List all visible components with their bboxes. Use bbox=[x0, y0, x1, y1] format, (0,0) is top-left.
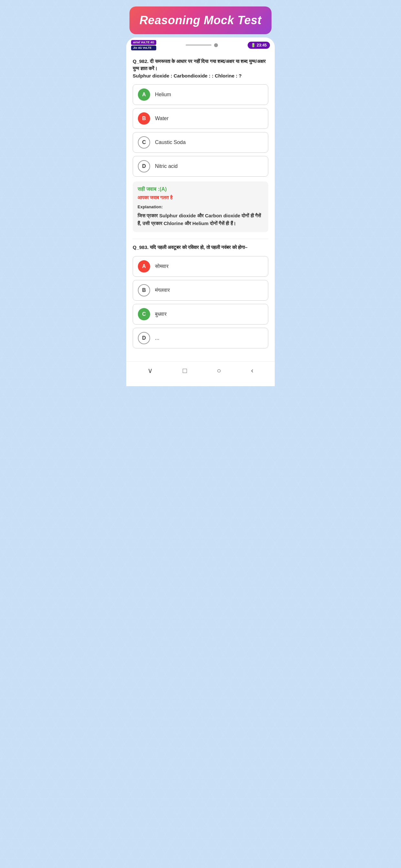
q983-option-b[interactable]: B मंगलवार bbox=[133, 280, 268, 301]
option-a-circle: A bbox=[138, 89, 150, 101]
q983-option-b-circle: B bbox=[138, 284, 150, 297]
q983-option-b-label: मंगलवार bbox=[155, 287, 170, 293]
option-b-label: Water bbox=[155, 116, 168, 121]
header-title: Reasoning Mock Test bbox=[139, 13, 262, 27]
option-c-circle: C bbox=[138, 136, 150, 149]
notch-area bbox=[186, 43, 218, 47]
option-d-label: Nitric acid bbox=[155, 163, 178, 169]
q982-english-text: Sulphur dioxide : Carbondioxide : : Chlo… bbox=[133, 73, 242, 79]
nav-back-chevron[interactable]: ∨ bbox=[148, 367, 153, 375]
option-b[interactable]: B Water bbox=[133, 108, 268, 129]
correct-answer-label: सही जवाब :(A) bbox=[137, 186, 264, 192]
q982-hindi-text: दी समरूपता के आधार पर नहीं दिया गया शब्द… bbox=[133, 58, 266, 71]
airtel-carrier: airtel VoLTE 4G bbox=[131, 40, 156, 45]
content-area: Q_982. दी समरूपता के आधार पर नहीं दिया ग… bbox=[126, 53, 275, 358]
q983-option-a-circle: A bbox=[138, 260, 150, 273]
question-982: Q_982. दी समरूपता के आधार पर नहीं दिया ग… bbox=[133, 58, 268, 80]
question-983: Q_983. यदि पहली अवटूबर को रविवार हो, तो … bbox=[133, 244, 268, 251]
time-display: 23:45 bbox=[257, 43, 267, 48]
q983-option-c-label: बुधवार bbox=[155, 311, 166, 317]
q982-number: Q_982. bbox=[133, 58, 149, 64]
q983-option-c[interactable]: C बुधवार bbox=[133, 304, 268, 324]
option-d[interactable]: D Nitric acid bbox=[133, 156, 268, 177]
nav-square-button[interactable]: □ bbox=[183, 367, 187, 375]
q983-number: Q_983. bbox=[133, 244, 149, 250]
status-bar: airtel VoLTE 4G Jio 4G VoLTE 🔋 23:45 bbox=[126, 37, 275, 53]
nav-back-button[interactable]: ‹ bbox=[251, 367, 253, 375]
phone-screen: airtel VoLTE 4G Jio 4G VoLTE 🔋 23:45 Q_9… bbox=[126, 37, 275, 386]
nav-home-button[interactable]: ○ bbox=[217, 367, 221, 375]
option-b-circle: B bbox=[138, 113, 150, 125]
explanation-text: जिस प्रकार Sulphur dioxide और Carbon dio… bbox=[137, 212, 264, 227]
option-c[interactable]: C Caustic Soda bbox=[133, 132, 268, 153]
explanation-label: Explanation: bbox=[137, 205, 264, 209]
section-divider bbox=[133, 239, 268, 239]
answer-box-982: सही जवाब :(A) आपका जवाब गलत है Explanati… bbox=[133, 182, 268, 232]
option-c-label: Caustic Soda bbox=[155, 140, 186, 145]
header-banner: Reasoning Mock Test bbox=[129, 6, 272, 34]
q983-hindi-text: यदि पहली अवटूबर को रविवार हो, तो पहली नव… bbox=[150, 244, 247, 250]
jio-carrier: Jio 4G VoLTE bbox=[131, 45, 156, 51]
q983-option-d-label: ... bbox=[155, 335, 159, 341]
bottom-navigation: ∨ □ ○ ‹ bbox=[126, 361, 275, 380]
q983-option-a[interactable]: A सोमवार bbox=[133, 256, 268, 277]
option-a[interactable]: A Helium bbox=[133, 84, 268, 105]
notch-bar bbox=[186, 44, 212, 46]
q983-option-c-circle: C bbox=[138, 308, 150, 320]
carrier-info: airtel VoLTE 4G Jio 4G VoLTE bbox=[131, 40, 156, 51]
q983-options: A सोमवार B मंगलवार C बुधवार D ... bbox=[133, 256, 268, 348]
camera-dot bbox=[214, 43, 218, 47]
battery-icon: 🔋 bbox=[251, 43, 256, 48]
option-a-label: Helium bbox=[155, 92, 171, 97]
q983-option-d-circle: D bbox=[138, 332, 150, 344]
q983-option-a-label: सोमवार bbox=[155, 264, 168, 269]
wrong-answer-label: आपका जवाब गलत है bbox=[137, 195, 264, 200]
time-battery: 🔋 23:45 bbox=[248, 42, 270, 49]
option-d-circle: D bbox=[138, 160, 150, 173]
q983-option-d[interactable]: D ... bbox=[133, 328, 268, 348]
q982-options: A Helium B Water C Caustic Soda D Nitric… bbox=[133, 84, 268, 177]
